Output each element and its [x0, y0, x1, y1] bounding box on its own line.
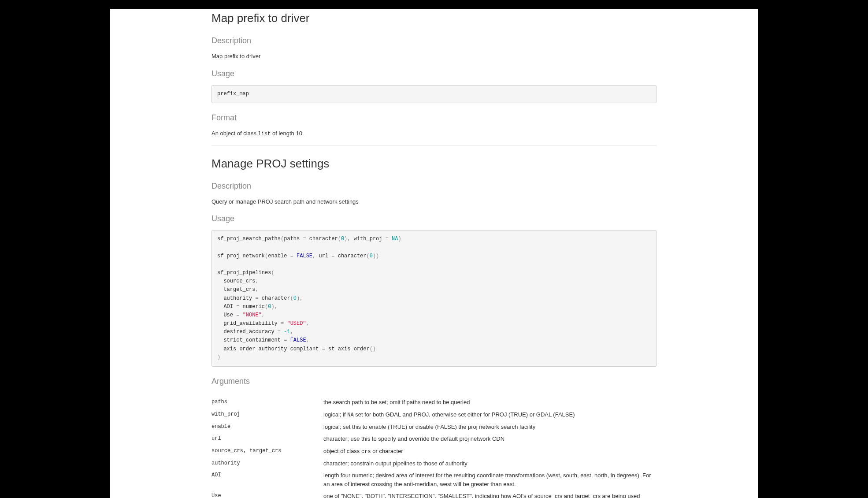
subhead-format: Format	[211, 112, 657, 124]
arg: desired_accuracy	[217, 329, 278, 335]
eq: =	[236, 312, 239, 318]
comma: ,	[290, 329, 293, 335]
arg: axis_order_authority_compliant	[217, 346, 322, 352]
text: set for both GDAL and PROJ, otherwise se…	[354, 411, 575, 418]
arg-desc: length four numeric; desired area of int…	[323, 469, 657, 490]
eq: =	[281, 320, 284, 327]
fn-char: numeric	[239, 304, 265, 310]
inline-code: NA	[347, 412, 353, 418]
arg: url	[315, 253, 331, 259]
subhead-description: Description	[211, 35, 657, 47]
arg-desc: object of class crs or character	[323, 445, 657, 457]
comma: ,	[255, 286, 258, 293]
eq: =	[290, 253, 293, 259]
comma: ,	[300, 295, 303, 301]
format-pre: An object of class	[211, 130, 258, 137]
subhead-usage: Usage	[211, 68, 657, 80]
arg-name: paths	[211, 396, 323, 409]
fn-char: character	[335, 253, 367, 259]
str: "USED"	[287, 320, 306, 327]
section-title-proj: Manage PROJ settings	[211, 145, 657, 172]
fn-name: sf_proj_search_paths	[217, 236, 281, 242]
code-text: prefix_map	[217, 91, 249, 97]
arg-desc: logical; set this to enable (TRUE) or di…	[323, 421, 657, 433]
arg-desc: one of "NONE", "BOTH", "INTERSECTION", "…	[323, 490, 657, 498]
arguments-table: paths the search path to be set; omit if…	[211, 396, 657, 498]
num: 0	[370, 253, 373, 259]
eq: =	[278, 329, 281, 335]
arg-desc: character; use this to specify and overr…	[323, 433, 657, 445]
kw: FALSE	[297, 253, 312, 259]
table-row: paths the search path to be set; omit if…	[211, 396, 657, 409]
description-body-2: Query or manage PROJ search path and net…	[211, 197, 657, 206]
num: 0	[341, 236, 344, 242]
num: 0	[293, 295, 297, 301]
fn-name: sf_proj_pipelines	[217, 270, 271, 276]
eq: =	[255, 295, 258, 301]
eq: =	[322, 346, 325, 352]
arg-name: Use	[211, 490, 323, 498]
na: NA	[392, 236, 398, 242]
text: or character	[371, 448, 403, 454]
arg-name: enable	[211, 421, 323, 433]
subhead-description-2: Description	[211, 180, 657, 192]
arg: grid_availability	[217, 320, 281, 327]
table-row: source_crs, target_crs object of class c…	[211, 445, 657, 457]
comma: ,	[306, 337, 309, 343]
arg: AOI	[217, 304, 236, 310]
num: -1	[284, 329, 290, 335]
fn-char: character	[259, 295, 290, 301]
comma: ,	[262, 312, 265, 318]
arg: source_crs	[217, 278, 255, 284]
table-row: Use one of "NONE", "BOTH", "INTERSECTION…	[211, 490, 657, 498]
usage-code-proj: sf_proj_search_paths(paths = character(0…	[211, 230, 657, 367]
comma: ,	[306, 320, 309, 327]
arg: enable	[268, 253, 290, 259]
arg-name: authority	[211, 457, 323, 470]
arg-name: url	[211, 433, 323, 445]
format-body: An object of class list of length 10.	[211, 129, 657, 138]
comma: ,	[274, 304, 278, 310]
text: logical; if	[323, 411, 347, 418]
table-row: enable logical; set this to enable (TRUE…	[211, 421, 657, 433]
fn-name: sf_proj_network	[217, 253, 265, 259]
fn-char: st_axis_order	[325, 346, 370, 352]
kw: FALSE	[290, 337, 306, 343]
format-post: of length 10.	[271, 130, 304, 137]
document-content: Map prefix to driver Description Map pre…	[211, 9, 657, 498]
fn-char: character	[306, 236, 338, 242]
subhead-arguments: Arguments	[211, 375, 657, 387]
arg: with_proj	[350, 236, 385, 242]
arg: Use	[217, 312, 236, 318]
arg-desc: character; constrain output pipelines to…	[323, 457, 657, 470]
arg: strict_containment	[217, 337, 284, 343]
table-row: authority character; constrain output pi…	[211, 457, 657, 470]
eq: =	[284, 337, 287, 343]
description-body: Map prefix to driver	[211, 52, 657, 61]
subhead-usage-2: Usage	[211, 213, 657, 225]
table-row: with_proj logical; if NA set for both GD…	[211, 409, 657, 421]
format-code: list	[258, 131, 271, 137]
inline-code: crs	[361, 449, 371, 455]
arg-desc: logical; if NA set for both GDAL and PRO…	[323, 409, 657, 421]
usage-code-prefix-map: prefix_map	[211, 85, 657, 103]
text: object of class	[323, 448, 361, 454]
eq: =	[386, 236, 389, 242]
arg-desc: the search path to be set; omit if paths…	[323, 396, 657, 409]
table-row: AOI length four numeric; desired area of…	[211, 469, 657, 490]
arg-name: source_crs, target_crs	[211, 445, 323, 457]
document-page: Map prefix to driver Description Map pre…	[110, 9, 758, 498]
section-title-prefix-map: Map prefix to driver	[211, 9, 657, 27]
arg: target_crs	[217, 286, 255, 293]
arg: paths	[284, 236, 303, 242]
table-row: url character; use this to specify and o…	[211, 433, 657, 445]
arg-name: AOI	[211, 469, 323, 490]
eq: =	[331, 253, 334, 259]
str: "NONE"	[243, 312, 262, 318]
arg-name: with_proj	[211, 409, 323, 421]
eq: =	[303, 236, 306, 242]
arg: authority	[217, 295, 255, 301]
comma: ,	[255, 278, 258, 284]
